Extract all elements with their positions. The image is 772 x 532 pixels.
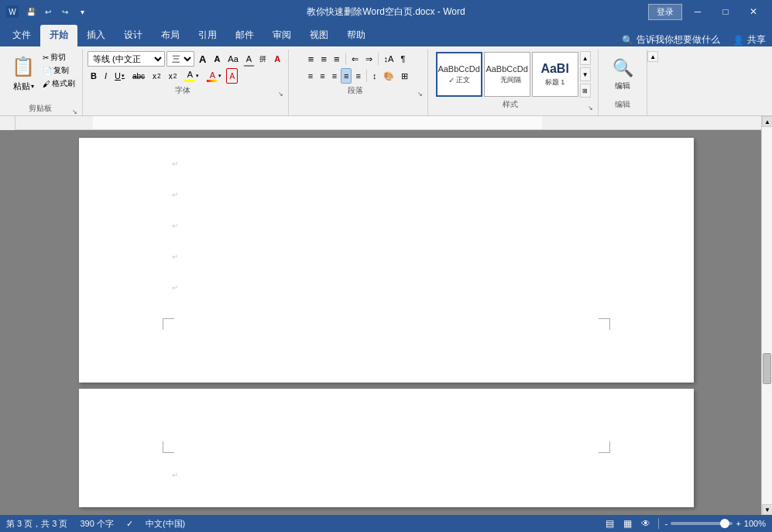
zoom-track[interactable] xyxy=(671,522,733,525)
surround-button[interactable]: A xyxy=(271,51,283,67)
change-case-button[interactable]: Aa xyxy=(225,51,241,67)
tab-view[interactable]: 视图 xyxy=(300,25,338,46)
tab-help[interactable]: 帮助 xyxy=(338,25,375,46)
phonetic-button[interactable]: 拼 xyxy=(256,51,269,67)
style-no-spacing[interactable]: AaBbCcDd ✓ 无间隔 xyxy=(484,52,530,97)
paste-dropdown-icon[interactable]: ▾ xyxy=(31,83,34,90)
redo-icon[interactable]: ↪ xyxy=(57,4,73,19)
line-spacing-button[interactable]: ↕ xyxy=(369,68,380,84)
align-left-button[interactable]: ≡ xyxy=(305,68,316,84)
format-painter-button[interactable]: 🖌 格式刷 xyxy=(40,77,77,90)
tab-insert[interactable]: 插入 xyxy=(77,25,115,46)
vertical-scrollbar[interactable]: ▲ ▼ xyxy=(761,116,772,515)
font-grow-button[interactable]: A xyxy=(196,51,209,67)
share-label[interactable]: 共享 xyxy=(747,33,766,46)
sort-button[interactable]: ↕A xyxy=(381,51,397,67)
zoom-control[interactable]: - + 100% xyxy=(665,519,766,528)
scroll-down-button[interactable]: ▼ xyxy=(762,504,772,515)
show-marks-button[interactable]: ¶ xyxy=(397,51,408,67)
justify-button[interactable]: ≡ xyxy=(341,68,352,84)
close-button[interactable]: ✕ xyxy=(741,0,766,23)
subscript-button[interactable]: x2 xyxy=(149,68,164,84)
collapse-icon[interactable]: ▲ xyxy=(647,51,658,62)
font-expand-icon[interactable]: ↘ xyxy=(278,91,283,98)
font-name-select[interactable]: 等线 (中文正 xyxy=(87,51,165,67)
column-layout-button[interactable]: ≡ xyxy=(352,68,363,84)
editing-button[interactable]: 🔍 编辑 xyxy=(603,51,642,98)
font-label: 字体 xyxy=(87,85,278,98)
borders-button[interactable]: ⊞ xyxy=(398,68,411,84)
font-size-select[interactable]: 三号 xyxy=(166,51,194,67)
paste-button[interactable]: 📋 粘贴 ▾ xyxy=(8,51,39,101)
styles-scroll-up[interactable]: ▲ xyxy=(580,51,591,65)
tab-review[interactable]: 审阅 xyxy=(263,25,300,46)
highlight-dropdown-icon[interactable]: ▾ xyxy=(196,73,199,79)
scroll-thumb[interactable] xyxy=(763,353,771,384)
ribbon-collapse[interactable]: ▲ xyxy=(647,50,658,115)
strikethrough-button[interactable]: abc xyxy=(129,68,148,84)
status-right: ▤ ▦ 👁 - + 100% xyxy=(604,517,766,530)
copy-button[interactable]: 📄 复制 xyxy=(40,64,77,77)
paragraph-expand-icon[interactable]: ↘ xyxy=(417,91,423,98)
underline-button[interactable]: U▾ xyxy=(112,68,128,84)
bold-button[interactable]: B xyxy=(87,68,100,84)
cut-button[interactable]: ✂ 剪切 xyxy=(40,51,77,63)
indent-increase-button[interactable]: ⇒ xyxy=(362,51,376,67)
numbering-button[interactable]: ≡ xyxy=(317,51,330,67)
font-color-dropdown-icon[interactable]: ▾ xyxy=(218,73,221,79)
share-button[interactable]: 👤 共享 xyxy=(733,33,772,46)
zoom-plus-button[interactable]: + xyxy=(736,519,740,528)
read-view-button[interactable]: 👁 xyxy=(640,517,652,530)
styles-expand[interactable]: ⊞ xyxy=(580,84,591,98)
underline-dropdown[interactable]: ▾ xyxy=(122,73,125,79)
align-center-button[interactable]: ≡ xyxy=(317,68,328,84)
maximize-button[interactable]: □ xyxy=(713,0,738,23)
style-heading1[interactable]: AaBl 标题 1 xyxy=(532,52,578,97)
save-icon[interactable]: 💾 xyxy=(23,4,39,19)
customize-quick-access[interactable]: ▾ xyxy=(74,4,90,19)
tab-file[interactable]: 文件 xyxy=(3,25,40,46)
search-bar[interactable]: 🔍 告诉我你想要做什么 xyxy=(622,33,726,46)
paragraph-label: 段落 xyxy=(293,85,417,98)
font-row1: 等线 (中文正 三号 A A Aa A 拼 A xyxy=(87,51,283,67)
multilevel-button[interactable]: ≡ xyxy=(331,51,343,67)
para-mark-1: ↵ xyxy=(172,160,178,168)
print-view-button[interactable]: ▤ xyxy=(604,517,616,530)
undo-icon[interactable]: ↩ xyxy=(40,4,56,19)
italic-button[interactable]: I xyxy=(101,68,110,84)
shading-button[interactable]: 🎨 xyxy=(380,68,397,84)
document-scroll[interactable]: ↵ ↵ ↵ ↵ ↵ ↵ xyxy=(0,130,772,515)
styles-expand-icon[interactable]: ↘ xyxy=(588,105,593,112)
tab-home[interactable]: 开始 xyxy=(40,25,77,46)
styles-scroll-down[interactable]: ▼ xyxy=(580,67,591,81)
web-view-button[interactable]: ▦ xyxy=(622,517,633,530)
bullets-button[interactable]: ≡ xyxy=(305,51,317,67)
login-button[interactable]: 登录 xyxy=(648,4,682,20)
minimize-button[interactable]: ─ xyxy=(685,0,710,23)
spell-check-icon[interactable]: ✓ xyxy=(126,519,133,529)
zoom-minus-button[interactable]: - xyxy=(665,519,668,528)
tab-references[interactable]: 引用 xyxy=(189,25,226,46)
superscript-button[interactable]: x2 xyxy=(166,68,180,84)
text-highlight-button[interactable]: A ▾ xyxy=(181,68,202,84)
tab-mailings[interactable]: 邮件 xyxy=(226,25,263,46)
scroll-track[interactable] xyxy=(762,127,772,504)
search-label[interactable]: 告诉我你想要做什么 xyxy=(636,33,720,46)
style-normal[interactable]: AaBbCcDd ✓ 正文 xyxy=(436,52,482,97)
tab-layout[interactable]: 布局 xyxy=(152,25,189,46)
clipboard-expand-icon[interactable]: ↘ xyxy=(72,108,77,115)
scroll-up-button[interactable]: ▲ xyxy=(762,116,772,127)
para-mark-4: ↵ xyxy=(172,252,178,261)
zoom-thumb[interactable] xyxy=(720,519,729,528)
search-icon: 🔍 xyxy=(622,35,633,46)
font-effects-button[interactable]: A xyxy=(226,68,238,84)
font-shrink-button[interactable]: A xyxy=(211,51,223,67)
indent-decrease-button[interactable]: ⇐ xyxy=(348,51,362,67)
ribbon-content: 📋 粘贴 ▾ ✂ 剪切 📄 复制 🖌 格式刷 xyxy=(0,46,772,116)
tab-design[interactable]: 设计 xyxy=(115,25,152,46)
language-info[interactable]: 中文(中国) xyxy=(146,518,185,530)
zoom-value: 100% xyxy=(744,519,766,528)
align-right-button[interactable]: ≡ xyxy=(329,68,340,84)
font-color-button[interactable]: A ▾ xyxy=(204,68,225,84)
clear-format-button[interactable]: A xyxy=(243,51,255,67)
